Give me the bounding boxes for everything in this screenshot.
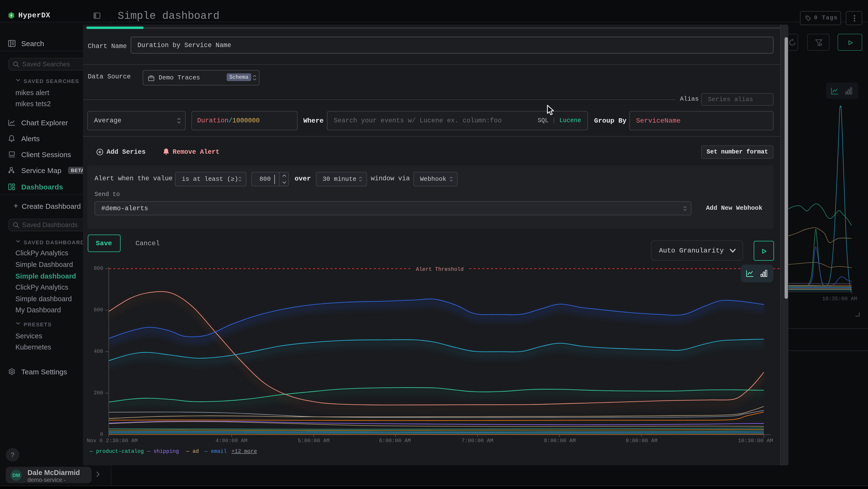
svg-text:Alert Threshold: Alert Threshold [416, 266, 464, 272]
